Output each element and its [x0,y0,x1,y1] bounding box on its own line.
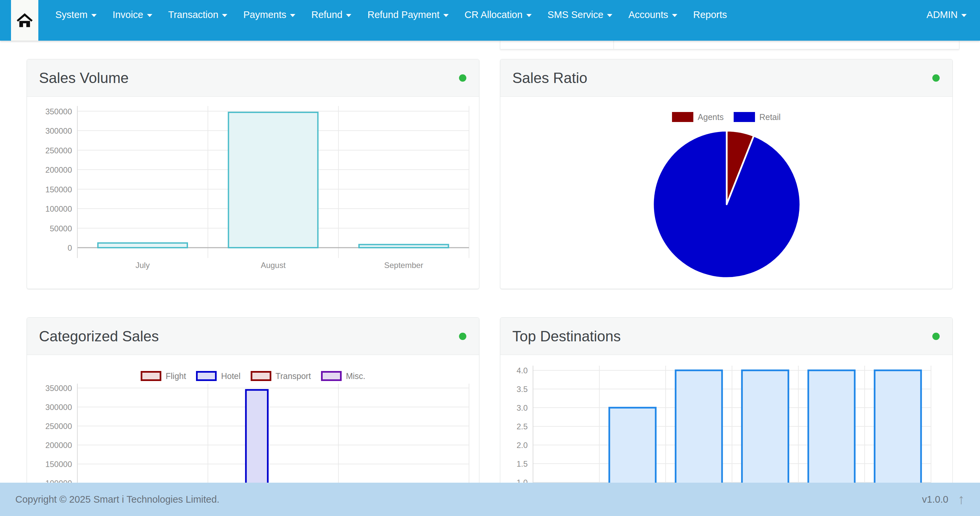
svg-text:200000: 200000 [45,441,72,450]
nav-item-label: Refund [311,10,343,20]
chevron-down-icon [527,14,532,17]
panel-sales-volume-header: Sales Volume [27,59,479,97]
nav-item-refund-payment[interactable]: Refund Payment [360,0,457,29]
sales-volume-chart-area: 3500003000002500002000001500001000005000… [27,97,479,289]
chevron-down-icon [147,14,152,17]
nav-item-reports[interactable]: Reports [685,0,735,29]
svg-text:350000: 350000 [45,384,72,393]
svg-text:September: September [384,261,423,270]
status-dot [932,74,940,82]
categorized-sales-legend: FlightHotelTransportMisc. [27,371,479,381]
legend-item-transport: Transport [251,371,311,381]
nav-item-label: Reports [693,10,727,20]
panel-sales-ratio-header: Sales Ratio [500,59,952,97]
legend-label: Misc. [346,371,365,381]
chevron-down-icon [222,14,228,17]
svg-text:150000: 150000 [45,460,72,469]
panel-sales-ratio: Sales Ratio AgentsRetail [500,59,953,289]
panel-top-destinations-header: Top Destinations [500,318,952,355]
chevron-down-icon [290,14,295,17]
nav-item-label: System [55,10,88,20]
svg-text:250000: 250000 [45,146,72,155]
nav-item-payments[interactable]: Payments [235,0,303,29]
panel-title: Sales Volume [39,70,129,86]
legend-swatch [196,371,217,381]
up-arrow-icon[interactable]: ↑ [958,492,965,506]
nav-item-label: CR Allocation [465,10,523,20]
chevron-down-icon [607,14,612,17]
legend-label: Flight [165,371,186,381]
svg-text:July: July [135,261,150,270]
sales-ratio-chart-area: AgentsRetail [500,97,952,289]
nav-item-system[interactable]: System [47,0,105,29]
nav-item-sms-service[interactable]: SMS Service [540,0,620,29]
nav-menu: SystemInvoiceTransactionPaymentsRefundRe… [47,0,735,29]
svg-text:250000: 250000 [45,422,72,431]
status-dot [459,333,466,340]
svg-text:100000: 100000 [45,204,72,213]
nav-item-label: Payments [243,10,286,20]
panel-title: Top Destinations [512,328,620,345]
legend-label: Agents [698,112,724,122]
svg-text:300000: 300000 [45,403,72,412]
legend-item-flight: Flight [141,371,186,381]
nav-item-label: Refund Payment [368,10,439,20]
sales-volume-bar-chart: 3500003000002500002000001500001000005000… [27,97,479,289]
legend-item-hotel: Hotel [196,371,240,381]
legend-item-misc-: Misc. [321,371,365,381]
home-icon [16,11,33,29]
svg-text:August: August [261,261,286,270]
chevron-down-icon [672,14,677,17]
svg-text:200000: 200000 [45,165,72,174]
nav-item-cr-allocation[interactable]: CR Allocation [457,0,540,29]
svg-text:0: 0 [68,243,72,252]
chevron-down-icon [346,14,352,17]
copyright-text: Copyright © 2025 Smart i Technologies Li… [15,494,220,505]
svg-text:2.0: 2.0 [517,441,528,450]
chevron-down-icon [443,14,449,17]
svg-text:350000: 350000 [45,107,72,116]
legend-item-retail: Retail [733,112,781,122]
scrolled-table-fragment [500,41,959,49]
version-text: v1.0.0 [922,494,948,505]
nav-item-invoice[interactable]: Invoice [105,0,160,29]
legend-swatch [733,112,755,122]
footer: Copyright © 2025 Smart i Technologies Li… [0,483,980,516]
svg-text:2.5: 2.5 [517,422,528,431]
nav-item-label: SMS Service [548,10,604,20]
nav-item-refund[interactable]: Refund [303,0,360,29]
chevron-down-icon [91,14,97,17]
nav-item-label: Invoice [113,10,143,20]
footer-right: v1.0.0 ↑ [922,492,965,506]
nav-item-transaction[interactable]: Transaction [160,0,235,29]
legend-label: Hotel [221,371,240,381]
home-button[interactable] [11,0,38,41]
table-column-divider [613,41,614,49]
legend-label: Retail [759,112,781,122]
dashboard-screen: SystemInvoiceTransactionPaymentsRefundRe… [0,0,980,516]
legend-label: Transport [276,371,311,381]
svg-text:1.5: 1.5 [517,459,528,468]
sales-ratio-legend: AgentsRetail [500,112,952,122]
svg-text:3.5: 3.5 [517,385,528,394]
panel-sales-volume: Sales Volume 350000300000250000200000150… [27,59,479,289]
top-navbar: SystemInvoiceTransactionPaymentsRefundRe… [0,0,980,41]
status-dot [459,74,466,82]
svg-text:150000: 150000 [45,185,72,194]
chevron-down-icon [961,14,967,17]
nav-item-label: Transaction [168,10,218,20]
panel-title: Sales Ratio [512,70,587,86]
legend-item-agents: Agents [672,112,724,122]
admin-user-menu[interactable]: ADMIN [927,0,967,29]
panel-title: Categorized Sales [39,328,159,345]
nav-item-accounts[interactable]: Accounts [620,0,685,29]
svg-text:50000: 50000 [50,224,72,233]
status-dot [932,333,940,340]
sales-ratio-pie-chart [500,97,952,289]
legend-swatch [672,112,693,122]
legend-swatch [321,371,342,381]
panel-categorized-sales-header: Categorized Sales [27,318,479,355]
svg-text:4.0: 4.0 [517,366,528,375]
legend-swatch [251,371,271,381]
legend-swatch [141,371,161,381]
